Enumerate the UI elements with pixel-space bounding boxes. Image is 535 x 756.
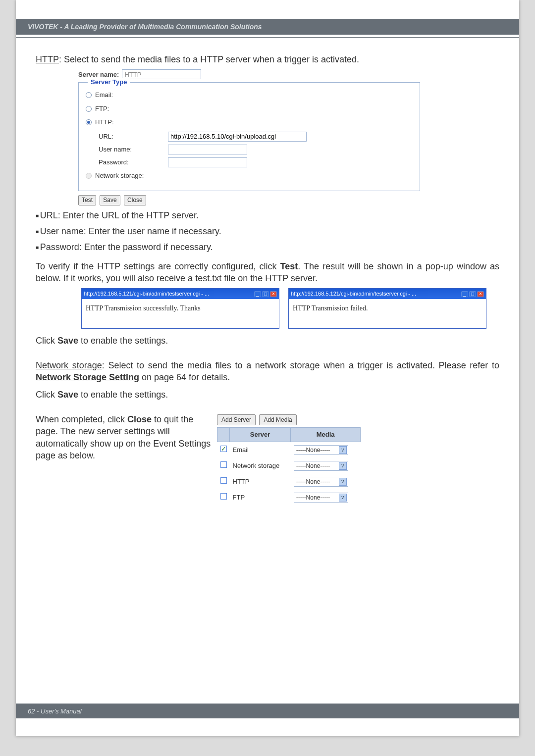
close-icon[interactable]: × xyxy=(270,291,277,297)
http-intro: HTTP: Select to send the media files to … xyxy=(36,53,499,65)
http-field-bullets: URL: Enter the URL of the HTTP server. U… xyxy=(36,209,499,253)
popup-fail: http://192.168.5.121/cgi-bin/admin/tests… xyxy=(288,288,486,329)
table-row: Email -----None-----v xyxy=(217,442,361,458)
minimize-icon[interactable]: _ xyxy=(461,291,468,297)
table-row: HTTP -----None-----v xyxy=(217,474,361,490)
bullet-password: Password: Enter the password if necessar… xyxy=(36,241,499,253)
checkbox-ns[interactable] xyxy=(220,461,227,468)
col-server: Server xyxy=(230,428,291,442)
popup-fail-body: HTTP Transmission failed. xyxy=(289,299,486,328)
verify-test-bold: Test xyxy=(280,261,298,271)
verify-pre: To verify if the HTTP settings are corre… xyxy=(36,261,280,271)
bullet-username: User name: Enter the user name if necess… xyxy=(36,225,499,237)
radio-http-label: HTTP: xyxy=(95,118,114,127)
checkbox-email[interactable] xyxy=(220,446,227,452)
header-text: VIVOTEK - A Leading Provider of Multimed… xyxy=(28,23,262,31)
col-media: Media xyxy=(291,428,361,442)
ns-end: on page 64 for details. xyxy=(139,372,230,382)
url-label: URL: xyxy=(99,132,168,141)
verify-paragraph: To verify if the HTTP settings are corre… xyxy=(36,260,499,285)
click-save-2: Click Save to enable the settings. xyxy=(36,389,499,401)
media-select-email[interactable]: -----None-----v xyxy=(294,445,348,455)
popup-fail-title: http://192.168.5.121/cgi-bin/admin/tests… xyxy=(291,290,416,298)
server-type-legend: Server Type xyxy=(88,78,130,87)
radio-ftp-label: FTP: xyxy=(95,104,109,113)
popup-examples: http://192.168.5.121/cgi-bin/admin/tests… xyxy=(81,288,499,329)
footer-text: 62 - User's Manual xyxy=(28,707,82,715)
radio-http[interactable]: HTTP: xyxy=(86,118,413,127)
ns-mid: : Select to send the media files to a ne… xyxy=(102,360,499,370)
radio-network-storage: Network storage: xyxy=(86,171,413,180)
http-heading: HTTP xyxy=(36,54,59,64)
checkbox-http[interactable] xyxy=(220,477,227,484)
radio-email[interactable]: Email: xyxy=(86,91,413,100)
radio-email-label: Email: xyxy=(95,91,113,100)
http-intro-text: : Select to send the media files to a HT… xyxy=(59,54,359,64)
minimize-icon[interactable]: _ xyxy=(254,291,261,297)
popup-success-body: HTTP Transmission successfully. Thanks xyxy=(82,299,279,328)
password-label: Password: xyxy=(99,158,168,167)
media-select-http[interactable]: -----None-----v xyxy=(294,477,348,487)
page-header-band: VIVOTEK - A Leading Provider of Multimed… xyxy=(16,19,519,35)
add-media-button[interactable]: Add Media xyxy=(259,414,296,425)
bullet-url: URL: Enter the URL of the HTTP server. xyxy=(36,209,499,221)
checkbox-ftp[interactable] xyxy=(220,493,227,500)
close-button[interactable]: Close xyxy=(124,195,146,205)
chevron-down-icon: v xyxy=(339,494,347,502)
header-divider xyxy=(16,37,519,38)
event-settings-table: Add Server Add Media Server Media Email … xyxy=(217,414,375,505)
server-form: Server name: Server Type Email: FTP: HTT… xyxy=(78,69,499,205)
maximize-icon[interactable]: □ xyxy=(469,291,476,297)
username-label: User name: xyxy=(99,145,168,154)
server-name-input[interactable] xyxy=(122,69,201,79)
row-email-name[interactable]: Email xyxy=(230,442,291,458)
ns-heading: Network storage xyxy=(36,360,102,370)
ns-link[interactable]: Network Storage Setting xyxy=(36,372,139,382)
save-button[interactable]: Save xyxy=(100,195,120,205)
media-select-ns[interactable]: -----None-----v xyxy=(294,461,348,471)
radio-ns-label: Network storage: xyxy=(95,171,144,180)
popup-success: http://192.168.5.121/cgi-bin/admin/tests… xyxy=(81,288,279,329)
chevron-down-icon: v xyxy=(339,478,347,486)
row-ns-name[interactable]: Network storage xyxy=(230,458,291,474)
popup-success-title: http://192.168.5.121/cgi-bin/admin/tests… xyxy=(84,290,209,298)
chevron-down-icon: v xyxy=(339,462,347,470)
add-server-button[interactable]: Add Server xyxy=(217,414,256,425)
username-input[interactable] xyxy=(168,145,247,154)
table-row: Network storage -----None-----v xyxy=(217,458,361,474)
radio-ftp[interactable]: FTP: xyxy=(86,104,413,113)
table-row: FTP -----None-----v xyxy=(217,490,361,505)
row-ftp-name[interactable]: FTP xyxy=(230,490,291,505)
completed-row: Add Server Add Media Server Media Email … xyxy=(36,413,499,505)
page-footer: 62 - User's Manual xyxy=(16,704,519,718)
network-storage-paragraph: Network storage: Select to send the medi… xyxy=(36,359,499,384)
close-icon[interactable]: × xyxy=(477,291,484,297)
media-select-ftp[interactable]: -----None-----v xyxy=(294,493,348,503)
maximize-icon[interactable]: □ xyxy=(262,291,269,297)
server-type-fieldset: Server Type Email: FTP: HTTP: URL: User … xyxy=(78,82,420,191)
click-save-1: Click Save to enable the settings. xyxy=(36,335,499,347)
test-button[interactable]: Test xyxy=(78,195,96,205)
url-input[interactable] xyxy=(168,132,307,142)
row-http-name[interactable]: HTTP xyxy=(230,474,291,490)
chevron-down-icon: v xyxy=(339,446,347,454)
password-input[interactable] xyxy=(168,157,247,167)
